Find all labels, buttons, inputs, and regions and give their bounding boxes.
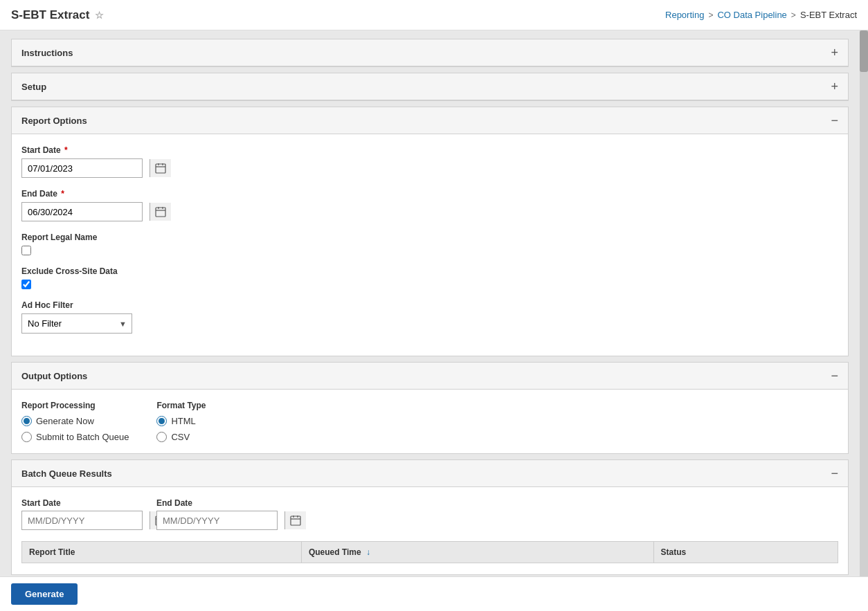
svg-rect-0 [156,164,165,173]
batch-end-date-calendar-button[interactable] [284,511,306,529]
output-options-header[interactable]: Output Options − [12,363,848,390]
start-date-input-wrapper [21,158,143,178]
instructions-toggle[interactable]: + [831,46,838,59]
submit-batch-option[interactable]: Submit to Batch Queue [21,432,129,442]
header-title-group: S-EBT Extract ☆ [11,8,104,22]
start-date-label: Start Date * [21,145,838,155]
generate-now-label: Generate Now [36,416,94,426]
main-content: Instructions + Setup + Report Options − … [0,30,860,611]
setup-header[interactable]: Setup + [12,73,848,100]
report-legal-name-group: Report Legal Name [21,232,838,255]
html-format-option[interactable]: HTML [156,416,206,426]
breadcrumb-current: S-EBT Extract [800,10,857,20]
batch-dates-row: Start Date [21,498,838,530]
html-format-radio[interactable] [156,416,167,426]
calendar-icon-end [155,206,166,217]
batch-start-date-group: Start Date [21,498,143,530]
end-date-calendar-button[interactable] [150,203,171,221]
batch-queue-results-toggle[interactable]: − [831,467,838,480]
exclude-cross-site-checkbox[interactable] [21,280,31,289]
breadcrumb: Reporting > CO Data Pipeline > S-EBT Ext… [665,10,857,20]
exclude-cross-site-label: Exclude Cross-Site Data [21,266,838,276]
start-date-group: Start Date * [21,145,838,178]
batch-start-date-wrapper [21,511,143,530]
end-date-label: End Date * [21,189,838,199]
generate-now-radio[interactable] [21,416,32,426]
batch-queue-results-panel: Batch Queue Results − Start Date [11,459,849,575]
start-date-input[interactable] [22,160,150,177]
breadcrumb-reporting[interactable]: Reporting [665,10,704,20]
csv-format-label: CSV [171,432,190,442]
exclude-cross-site-checkbox-wrapper [21,280,838,289]
setup-title: Setup [21,82,46,92]
batch-start-date-label: Start Date [21,498,143,508]
ad-hoc-filter-select[interactable]: No Filter Filter 1 Filter 2 [21,313,132,334]
svg-rect-12 [291,516,300,525]
setup-toggle[interactable]: + [831,80,838,93]
page-title: S-EBT Extract [11,8,89,22]
ad-hoc-filter-label: Ad Hoc Filter [21,300,838,310]
breadcrumb-sep-2: > [791,10,796,20]
output-options-columns: Report Processing Generate Now Submit to… [21,401,838,442]
start-date-required: * [64,145,68,155]
generate-button[interactable]: Generate [11,583,78,605]
csv-format-radio[interactable] [156,432,167,442]
breadcrumb-sep-1: > [708,10,713,20]
batch-queue-results-body: Start Date [12,487,848,574]
report-legal-name-checkbox-wrapper [21,246,838,255]
app-container: S-EBT Extract ☆ Reporting > CO Data Pipe… [0,0,868,611]
col-report-title: Report Title [22,542,302,563]
output-options-panel: Output Options − Report Processing Gener… [11,362,849,454]
output-options-toggle[interactable]: − [831,370,838,382]
format-type-col: Format Type HTML CSV [156,401,206,442]
breadcrumb-co-data-pipeline[interactable]: CO Data Pipeline [717,10,786,20]
report-processing-col: Report Processing Generate Now Submit to… [21,401,129,442]
output-options-body: Report Processing Generate Now Submit to… [12,390,848,453]
batch-queue-results-header[interactable]: Batch Queue Results − [12,460,848,487]
format-type-label: Format Type [156,401,206,410]
sort-icon: ↓ [366,547,370,557]
submit-batch-radio[interactable] [21,432,32,442]
report-options-toggle[interactable]: − [831,114,838,127]
report-processing-label: Report Processing [21,401,129,410]
instructions-panel: Instructions + [11,39,849,67]
batch-end-date-label: End Date [156,498,278,508]
batch-queue-results-title: Batch Queue Results [21,468,112,479]
csv-format-option[interactable]: CSV [156,432,206,442]
ad-hoc-filter-group: Ad Hoc Filter No Filter Filter 1 Filter … [21,300,838,334]
report-options-title: Report Options [21,116,87,126]
batch-end-date-group: End Date [156,498,278,530]
svg-rect-4 [156,208,165,217]
favorite-icon[interactable]: ☆ [95,10,104,21]
col-status: Status [653,542,838,563]
submit-batch-label: Submit to Batch Queue [36,432,129,442]
start-date-calendar-button[interactable] [150,159,171,177]
exclude-cross-site-group: Exclude Cross-Site Data [21,266,838,289]
report-options-header[interactable]: Report Options − [12,107,848,134]
calendar-icon [155,163,166,174]
batch-end-date-input[interactable] [157,512,284,529]
scrollbar[interactable] [860,30,868,611]
report-legal-name-label: Report Legal Name [21,232,838,242]
end-date-input-wrapper [21,202,143,221]
report-legal-name-checkbox[interactable] [21,246,31,255]
calendar-icon-batch-end [290,515,301,526]
end-date-input[interactable] [22,203,150,221]
batch-start-date-input[interactable] [22,512,150,529]
instructions-header[interactable]: Instructions + [12,39,848,66]
batch-end-date-wrapper [156,511,278,530]
format-type-radio-group: HTML CSV [156,416,206,442]
end-date-required: * [61,189,64,199]
scrollbar-thumb[interactable] [860,30,868,72]
ad-hoc-filter-select-wrapper: No Filter Filter 1 Filter 2 ▼ [21,313,132,334]
end-date-group: End Date * [21,189,838,221]
generate-now-option[interactable]: Generate Now [21,416,129,426]
output-options-title: Output Options [21,371,87,381]
batch-results-table: Report Title Queued Time ↓ Status [21,541,838,563]
report-options-body: Start Date * [12,134,848,356]
report-options-panel: Report Options − Start Date * [11,107,849,356]
col-queued-time[interactable]: Queued Time ↓ [301,542,653,563]
report-processing-radio-group: Generate Now Submit to Batch Queue [21,416,129,442]
header: S-EBT Extract ☆ Reporting > CO Data Pipe… [0,0,868,30]
setup-panel: Setup + [11,73,849,101]
